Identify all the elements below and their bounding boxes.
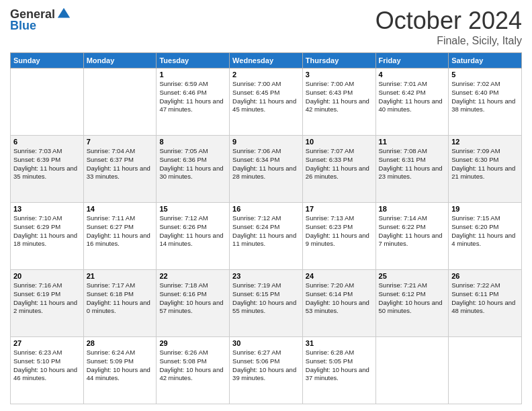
calendar-cell: 10Sunrise: 7:07 AMSunset: 6:33 PMDayligh… — [302, 136, 375, 203]
calendar-cell: 19Sunrise: 7:15 AMSunset: 6:20 PMDayligh… — [449, 203, 522, 270]
calendar-cell: 29Sunrise: 6:26 AMSunset: 5:08 PMDayligh… — [157, 337, 230, 404]
calendar-cell: 18Sunrise: 7:14 AMSunset: 6:22 PMDayligh… — [375, 203, 449, 270]
cell-info: Sunrise: 7:22 AMSunset: 6:11 PMDaylight:… — [451, 281, 519, 316]
weekday-header: Friday — [375, 53, 449, 68]
calendar-week-row: 1Sunrise: 6:59 AMSunset: 6:46 PMDaylight… — [11, 68, 522, 136]
day-number: 30 — [232, 339, 300, 347]
location-title: Finale, Sicily, Italy — [375, 35, 522, 47]
calendar-table: SundayMondayTuesdayWednesdayThursdayFrid… — [10, 52, 522, 404]
cell-info: Sunrise: 7:19 AMSunset: 6:15 PMDaylight:… — [232, 281, 300, 316]
calendar-cell: 5Sunrise: 7:02 AMSunset: 6:40 PMDaylight… — [449, 68, 522, 136]
cell-info: Sunrise: 7:00 AMSunset: 6:45 PMDaylight:… — [232, 80, 300, 114]
calendar-week-row: 20Sunrise: 7:16 AMSunset: 6:19 PMDayligh… — [11, 270, 522, 337]
svg-marker-0 — [58, 8, 70, 18]
calendar-cell: 11Sunrise: 7:08 AMSunset: 6:31 PMDayligh… — [375, 136, 449, 203]
logo-blue-text: Blue — [10, 19, 36, 32]
cell-info: Sunrise: 6:26 AMSunset: 5:08 PMDaylight:… — [159, 349, 226, 383]
day-number: 25 — [379, 272, 446, 280]
calendar-cell: 1Sunrise: 6:59 AMSunset: 6:46 PMDaylight… — [157, 68, 230, 136]
calendar-cell: 22Sunrise: 7:18 AMSunset: 6:16 PMDayligh… — [157, 270, 230, 337]
cell-info: Sunrise: 7:16 AMSunset: 6:19 PMDaylight:… — [13, 281, 81, 316]
day-number: 2 — [232, 71, 300, 79]
calendar-cell: 31Sunrise: 6:28 AMSunset: 5:05 PMDayligh… — [302, 337, 375, 404]
cell-info: Sunrise: 7:20 AMSunset: 6:14 PMDaylight:… — [306, 281, 373, 316]
day-number: 7 — [87, 138, 154, 146]
day-number: 21 — [87, 272, 154, 280]
page: General Blue October 2024 Finale, Sicily… — [0, 0, 532, 411]
calendar-cell: 27Sunrise: 6:23 AMSunset: 5:10 PMDayligh… — [11, 337, 84, 404]
logo-icon — [56, 7, 71, 21]
day-number: 16 — [232, 205, 300, 213]
calendar-cell: 24Sunrise: 7:20 AMSunset: 6:14 PMDayligh… — [302, 270, 375, 337]
weekday-header: Monday — [83, 53, 157, 68]
weekday-header: Wednesday — [230, 53, 303, 68]
calendar-cell: 9Sunrise: 7:06 AMSunset: 6:34 PMDaylight… — [230, 136, 303, 203]
day-number: 6 — [13, 138, 81, 146]
cell-info: Sunrise: 7:03 AMSunset: 6:39 PMDaylight:… — [13, 147, 81, 181]
cell-info: Sunrise: 7:11 AMSunset: 6:27 PMDaylight:… — [87, 214, 154, 248]
day-number: 1 — [159, 71, 226, 79]
calendar-week-row: 27Sunrise: 6:23 AMSunset: 5:10 PMDayligh… — [11, 337, 522, 404]
logo: General Blue — [10, 7, 71, 33]
cell-info: Sunrise: 7:21 AMSunset: 6:12 PMDaylight:… — [379, 281, 446, 316]
calendar-cell: 26Sunrise: 7:22 AMSunset: 6:11 PMDayligh… — [449, 270, 522, 337]
calendar-cell — [83, 68, 157, 136]
cell-info: Sunrise: 7:08 AMSunset: 6:31 PMDaylight:… — [379, 147, 446, 181]
calendar-cell: 28Sunrise: 6:24 AMSunset: 5:09 PMDayligh… — [83, 337, 157, 404]
calendar-cell: 30Sunrise: 6:27 AMSunset: 5:06 PMDayligh… — [230, 337, 303, 404]
calendar-week-row: 6Sunrise: 7:03 AMSunset: 6:39 PMDaylight… — [11, 136, 522, 203]
day-number: 10 — [306, 138, 373, 146]
cell-info: Sunrise: 7:00 AMSunset: 6:43 PMDaylight:… — [306, 80, 373, 114]
weekday-header: Saturday — [449, 53, 522, 68]
weekday-header: Sunday — [11, 53, 84, 68]
calendar-cell: 23Sunrise: 7:19 AMSunset: 6:15 PMDayligh… — [230, 270, 303, 337]
cell-info: Sunrise: 7:04 AMSunset: 6:37 PMDaylight:… — [87, 147, 154, 181]
cell-info: Sunrise: 7:02 AMSunset: 6:40 PMDaylight:… — [451, 80, 519, 114]
calendar-cell — [449, 337, 522, 404]
day-number: 20 — [13, 272, 81, 280]
day-number: 14 — [87, 205, 154, 213]
calendar-cell: 3Sunrise: 7:00 AMSunset: 6:43 PMDaylight… — [302, 68, 375, 136]
cell-info: Sunrise: 7:10 AMSunset: 6:29 PMDaylight:… — [13, 214, 81, 248]
calendar-cell: 6Sunrise: 7:03 AMSunset: 6:39 PMDaylight… — [11, 136, 84, 203]
day-number: 15 — [159, 205, 226, 213]
cell-info: Sunrise: 6:24 AMSunset: 5:09 PMDaylight:… — [87, 349, 154, 383]
day-number: 22 — [159, 272, 226, 280]
calendar-cell — [11, 68, 84, 136]
cell-info: Sunrise: 7:01 AMSunset: 6:42 PMDaylight:… — [379, 80, 446, 114]
day-number: 19 — [451, 205, 519, 213]
day-number: 12 — [451, 138, 519, 146]
day-number: 3 — [306, 71, 373, 79]
calendar-cell: 8Sunrise: 7:05 AMSunset: 6:36 PMDaylight… — [157, 136, 230, 203]
calendar-cell: 20Sunrise: 7:16 AMSunset: 6:19 PMDayligh… — [11, 270, 84, 337]
day-number: 9 — [232, 138, 300, 146]
calendar-cell: 15Sunrise: 7:12 AMSunset: 6:26 PMDayligh… — [157, 203, 230, 270]
cell-info: Sunrise: 7:12 AMSunset: 6:26 PMDaylight:… — [159, 214, 226, 248]
calendar-cell — [375, 337, 449, 404]
cell-info: Sunrise: 7:06 AMSunset: 6:34 PMDaylight:… — [232, 147, 300, 181]
day-number: 17 — [306, 205, 373, 213]
calendar-cell: 14Sunrise: 7:11 AMSunset: 6:27 PMDayligh… — [83, 203, 157, 270]
day-number: 18 — [379, 205, 446, 213]
day-number: 28 — [87, 339, 154, 347]
calendar-cell: 16Sunrise: 7:12 AMSunset: 6:24 PMDayligh… — [230, 203, 303, 270]
day-number: 23 — [232, 272, 300, 280]
cell-info: Sunrise: 7:07 AMSunset: 6:33 PMDaylight:… — [306, 147, 373, 181]
title-block: October 2024 Finale, Sicily, Italy — [375, 7, 522, 47]
cell-info: Sunrise: 7:13 AMSunset: 6:23 PMDaylight:… — [306, 214, 373, 248]
day-number: 26 — [451, 272, 519, 280]
day-number: 8 — [159, 138, 226, 146]
calendar-week-row: 13Sunrise: 7:10 AMSunset: 6:29 PMDayligh… — [11, 203, 522, 270]
day-number: 31 — [306, 339, 373, 347]
cell-info: Sunrise: 6:28 AMSunset: 5:05 PMDaylight:… — [306, 349, 373, 383]
calendar-cell: 12Sunrise: 7:09 AMSunset: 6:30 PMDayligh… — [449, 136, 522, 203]
cell-info: Sunrise: 7:18 AMSunset: 6:16 PMDaylight:… — [159, 281, 226, 316]
calendar-cell: 21Sunrise: 7:17 AMSunset: 6:18 PMDayligh… — [83, 270, 157, 337]
calendar-header-row: SundayMondayTuesdayWednesdayThursdayFrid… — [11, 53, 522, 68]
calendar-cell: 7Sunrise: 7:04 AMSunset: 6:37 PMDaylight… — [83, 136, 157, 203]
day-number: 29 — [159, 339, 226, 347]
month-title: October 2024 — [375, 7, 522, 35]
cell-info: Sunrise: 7:15 AMSunset: 6:20 PMDaylight:… — [451, 214, 519, 248]
day-number: 5 — [451, 71, 519, 79]
day-number: 4 — [379, 71, 446, 79]
